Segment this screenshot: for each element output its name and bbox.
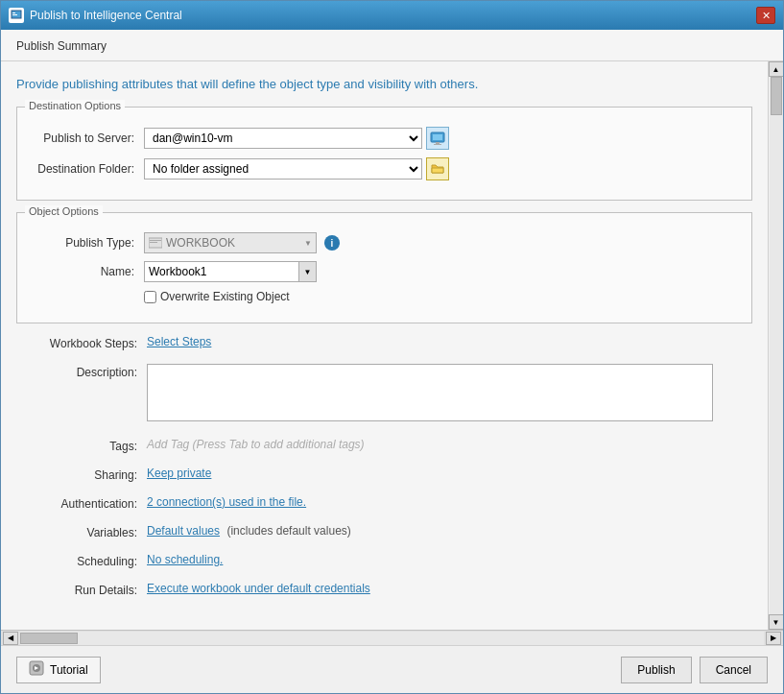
- svg-rect-5: [436, 142, 440, 144]
- publish-to-server-row: Publish to Server: dan@win10-vm: [29, 127, 740, 150]
- publish-type-select: WORKBOOK ▼: [144, 232, 317, 253]
- publish-type-controls: WORKBOOK ▼ i: [144, 232, 340, 253]
- variables-value: Default values (includes default values): [147, 524, 737, 538]
- vertical-scrollbar: ▲ ▼: [768, 61, 783, 630]
- name-dropdown-container[interactable]: ▼: [144, 261, 317, 282]
- cancel-button[interactable]: Cancel: [700, 657, 768, 683]
- object-legend: Object Options: [25, 205, 103, 217]
- svg-rect-6: [434, 144, 441, 145]
- tags-placeholder: Add Tag (Press Tab to add additional tag…: [147, 438, 365, 451]
- authentication-link[interactable]: 2 connection(s) used in the file.: [147, 495, 306, 509]
- run-details-label: Run Details:: [32, 582, 147, 597]
- workbook-steps-value: Select Steps: [147, 335, 737, 348]
- footer-left: Tutorial: [16, 657, 101, 683]
- overwrite-label: Overwrite Existing Object: [160, 290, 290, 303]
- publish-button[interactable]: Publish: [621, 657, 691, 683]
- run-details-value: Execute workbook under default credentia…: [147, 582, 737, 595]
- title-bar-left: Publish to Intelligence Central: [9, 8, 182, 23]
- tutorial-button[interactable]: Tutorial: [16, 657, 101, 683]
- destination-options-group: Destination Options Publish to Server: d…: [16, 107, 752, 201]
- authentication-value: 2 connection(s) used in the file.: [147, 495, 737, 509]
- folder-control-group: No folder assigned: [144, 157, 449, 180]
- svg-rect-2: [12, 14, 17, 15]
- sharing-row: Sharing: Keep private: [32, 467, 737, 482]
- detail-section: Workbook Steps: Select Steps Description…: [16, 335, 752, 597]
- object-options-group: Object Options Publish Type:: [16, 212, 752, 323]
- destination-folder-row: Destination Folder: No folder assigned: [29, 157, 740, 180]
- h-scroll-thumb[interactable]: [20, 633, 78, 644]
- server-control-group: dan@win10-vm: [144, 127, 449, 150]
- scroll-down-button[interactable]: ▼: [769, 614, 784, 630]
- scheduling-row: Scheduling: No scheduling.: [32, 553, 737, 568]
- authentication-row: Authentication: 2 connection(s) used in …: [32, 495, 737, 511]
- v-scroll-track[interactable]: [770, 77, 783, 614]
- description-value: [147, 364, 737, 424]
- svg-rect-1: [12, 12, 15, 13]
- variables-label: Variables:: [32, 524, 147, 539]
- scheduling-label: Scheduling:: [32, 553, 147, 568]
- object-body: Publish Type: WORKBOOK: [17, 217, 751, 323]
- variables-suffix: (includes default values): [226, 524, 350, 538]
- workbook-steps-row: Workbook Steps: Select Steps: [32, 335, 737, 350]
- folder-browse-button[interactable]: [426, 157, 449, 180]
- publish-type-label: Publish Type:: [29, 236, 144, 250]
- breadcrumb: Publish Summary: [1, 30, 783, 61]
- description-row: Description:: [32, 364, 737, 424]
- scroll-left-button[interactable]: ◀: [3, 632, 18, 645]
- svg-rect-9: [150, 242, 157, 243]
- breadcrumb-text: Publish Summary: [16, 39, 107, 53]
- main-with-scroll: Provide publishing attributes that will …: [1, 61, 783, 630]
- run-details-row: Run Details: Execute workbook under defa…: [32, 582, 737, 597]
- tutorial-label: Tutorial: [50, 663, 88, 677]
- destination-folder-label: Destination Folder:: [29, 162, 144, 176]
- select-steps-link[interactable]: Select Steps: [147, 335, 211, 348]
- footer-right: Publish Cancel: [621, 657, 768, 683]
- scroll-up-button[interactable]: ▲: [769, 61, 784, 77]
- footer: Tutorial Publish Cancel: [1, 645, 783, 693]
- name-row: Name: ▼: [29, 261, 740, 282]
- main-window: Publish to Intelligence Central ✕ Publis…: [0, 0, 784, 694]
- variables-row: Variables: Default values (includes defa…: [32, 524, 737, 539]
- scheduling-link[interactable]: No scheduling.: [147, 553, 223, 566]
- publish-type-row: Publish Type: WORKBOOK: [29, 232, 740, 253]
- workbook-steps-label: Workbook Steps:: [32, 335, 147, 350]
- tags-value: Add Tag (Press Tab to add additional tag…: [147, 438, 737, 451]
- publish-server-select[interactable]: dan@win10-vm: [144, 128, 422, 149]
- name-input[interactable]: [145, 262, 298, 281]
- scheduling-value: No scheduling.: [147, 553, 737, 566]
- description-textarea[interactable]: [147, 364, 713, 421]
- server-connect-button[interactable]: [426, 127, 449, 150]
- horizontal-scrollbar: ◀ ▶: [1, 630, 783, 645]
- destination-folder-select[interactable]: No folder assigned: [144, 158, 422, 179]
- h-scroll-track[interactable]: [20, 632, 764, 645]
- info-icon[interactable]: i: [324, 235, 340, 251]
- overwrite-row: Overwrite Existing Object: [144, 290, 740, 303]
- scroll-right-button[interactable]: ▶: [766, 632, 781, 645]
- description-label: Description:: [32, 364, 147, 379]
- title-bar: Publish to Intelligence Central ✕: [1, 1, 783, 30]
- app-icon: [9, 8, 24, 23]
- svg-rect-4: [433, 134, 442, 140]
- svg-rect-8: [150, 240, 161, 241]
- destination-body: Publish to Server: dan@win10-vm: [17, 111, 751, 200]
- run-details-link[interactable]: Execute workbook under default credentia…: [147, 582, 370, 595]
- subtitle: Provide publishing attributes that will …: [16, 77, 752, 91]
- sharing-value: Keep private: [147, 467, 737, 480]
- window-title: Publish to Intelligence Central: [30, 9, 182, 22]
- tutorial-icon: [29, 660, 44, 679]
- v-scroll-thumb[interactable]: [771, 77, 782, 115]
- main-content: Provide publishing attributes that will …: [1, 61, 768, 630]
- name-dropdown-arrow[interactable]: ▼: [298, 262, 316, 281]
- overwrite-checkbox[interactable]: [144, 291, 156, 303]
- sharing-link[interactable]: Keep private: [147, 467, 211, 480]
- publish-type-arrow: ▼: [304, 239, 312, 248]
- close-button[interactable]: ✕: [756, 7, 775, 24]
- tags-label: Tags:: [32, 438, 147, 453]
- sharing-label: Sharing:: [32, 467, 147, 482]
- variables-link[interactable]: Default values: [147, 524, 220, 538]
- publish-server-label: Publish to Server:: [29, 132, 144, 145]
- authentication-label: Authentication:: [32, 495, 147, 511]
- name-label: Name:: [29, 265, 144, 278]
- publish-type-value: WORKBOOK: [166, 236, 235, 250]
- destination-legend: Destination Options: [25, 100, 125, 111]
